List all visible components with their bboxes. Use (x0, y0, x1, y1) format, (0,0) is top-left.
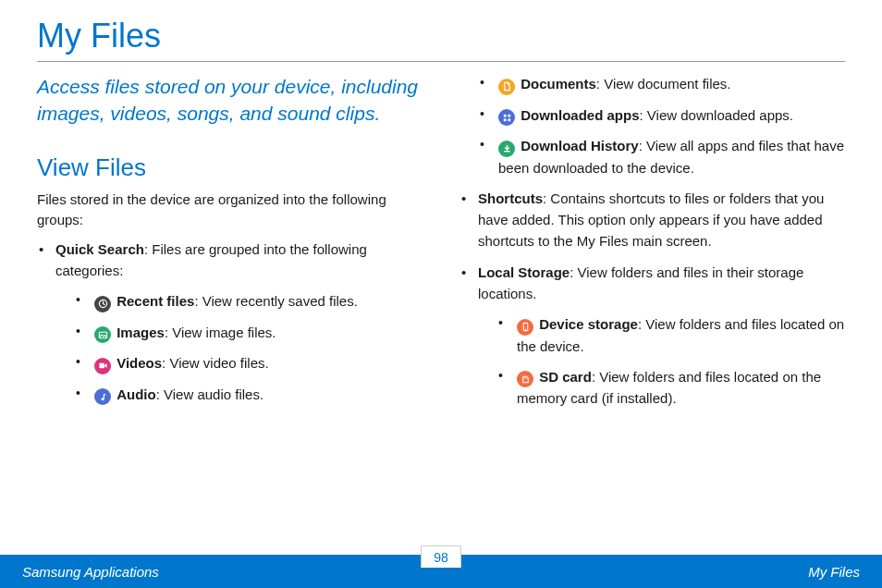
device-storage-item: Device storage: View folders and files l… (495, 313, 845, 357)
svg-rect-4 (503, 114, 506, 116)
sd-card-icon (517, 371, 533, 387)
documents-desc: : View document files. (596, 76, 731, 92)
download-history-label: Download History (521, 138, 639, 153)
audio-item: Audio: View audio files. (72, 384, 423, 406)
svg-rect-6 (503, 118, 506, 121)
svg-point-9 (524, 329, 525, 330)
audio-icon (94, 388, 111, 405)
device-storage-label: Device storage (539, 316, 638, 332)
audio-desc: : View audio files. (156, 386, 263, 402)
recent-files-desc: : View recently saved files. (194, 293, 357, 309)
documents-label: Documents (521, 76, 596, 92)
local-storage-label: Local Storage (478, 264, 570, 280)
footer-page-number: 98 (421, 545, 461, 568)
svg-point-3 (101, 398, 104, 400)
download-icon (498, 141, 515, 157)
right-column: Documents: View document files. Download… (459, 73, 845, 419)
svg-rect-2 (99, 363, 104, 369)
local-storage-item: Local Storage: View folders and files in… (459, 262, 845, 410)
svg-rect-7 (508, 118, 510, 121)
recent-files-item: Recent files: View recently saved files. (72, 290, 423, 312)
images-label: Images (116, 325, 165, 340)
clock-icon (94, 296, 111, 312)
documents-item: Documents: View document files. (476, 73, 845, 95)
subtitle-text: Access files stored on your device, incl… (37, 73, 423, 128)
title-divider (37, 61, 845, 62)
svg-rect-1 (99, 332, 106, 337)
shortcuts-label: Shortcuts (478, 190, 543, 206)
shortcuts-item: Shortcuts: Contains shortcuts to files o… (459, 188, 845, 252)
sd-card-item: SD card: View folders and files located … (495, 366, 845, 410)
download-history-item: Download History: View all apps and file… (476, 135, 845, 178)
left-column: Access files stored on your device, incl… (37, 73, 423, 419)
images-item: Images: View image files. (72, 322, 423, 344)
recent-files-label: Recent files (116, 293, 194, 309)
quick-search-item: Quick Search: Files are grouped into the… (37, 239, 423, 406)
page-title: My Files (0, 0, 882, 61)
footer-right-text: My Files (808, 564, 882, 580)
footer-left-text: Samsung Applications (0, 564, 159, 580)
videos-desc: : View video files. (162, 355, 269, 371)
quick-search-label: Quick Search (55, 241, 144, 257)
audio-label: Audio (116, 386, 156, 402)
apps-icon (498, 109, 515, 126)
section-heading: View Files (37, 153, 423, 182)
videos-item: Videos: View video files. (72, 352, 423, 374)
footer-bar: Samsung Applications 98 My Files (0, 555, 882, 588)
videos-label: Videos (116, 355, 162, 371)
downloaded-apps-desc: : View downloaded apps. (640, 107, 794, 123)
images-desc: : View image files. (165, 325, 276, 340)
downloaded-apps-label: Downloaded apps (521, 107, 639, 123)
section-intro: Files stored in the device are organized… (37, 190, 423, 231)
image-icon (94, 326, 111, 343)
svg-rect-5 (508, 114, 510, 116)
video-icon (94, 358, 111, 374)
downloaded-apps-item: Downloaded apps: View downloaded apps. (476, 104, 845, 127)
device-icon (517, 319, 533, 336)
sd-card-label: SD card (539, 369, 592, 385)
document-icon (498, 79, 515, 95)
content-area: Access files stored on your device, incl… (0, 73, 882, 419)
